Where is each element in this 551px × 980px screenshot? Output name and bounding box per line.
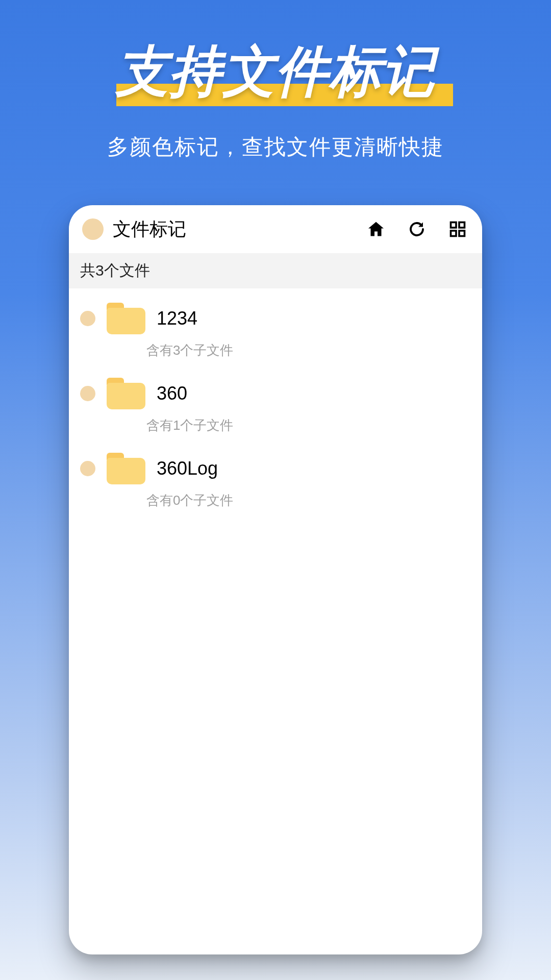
list-item-row: 360Log xyxy=(80,453,471,484)
svg-rect-0 xyxy=(451,223,457,228)
file-count-bar: 共3个文件 xyxy=(69,253,482,288)
home-button[interactable] xyxy=(365,218,387,240)
tag-dot-icon xyxy=(80,311,95,326)
file-subtext: 含有0个子文件 xyxy=(146,492,471,509)
topbar: 文件标记 xyxy=(69,205,482,253)
svg-rect-3 xyxy=(459,231,465,236)
list-item[interactable]: 360 含有1个子文件 xyxy=(69,369,482,444)
list-item[interactable]: 360Log 含有0个子文件 xyxy=(69,444,482,519)
file-name: 1234 xyxy=(157,308,197,329)
refresh-icon xyxy=(408,220,426,238)
file-list: 1234 含有3个子文件 360 含有1个子文件 360Log 含 xyxy=(69,288,482,519)
grid-icon xyxy=(448,220,467,238)
hero-subtitle: 多颜色标记，查找文件更清晰快捷 xyxy=(107,133,444,161)
tag-dot-icon xyxy=(80,461,95,476)
file-name: 360 xyxy=(157,383,187,404)
refresh-button[interactable] xyxy=(406,218,428,240)
list-item-row: 360 xyxy=(80,378,471,409)
file-subtext: 含有1个子文件 xyxy=(146,416,471,434)
svg-rect-1 xyxy=(459,223,465,228)
tag-dot-icon xyxy=(80,386,95,401)
page-title: 文件标记 xyxy=(113,217,346,242)
home-icon xyxy=(367,220,385,238)
svg-rect-2 xyxy=(451,231,457,236)
file-name: 360Log xyxy=(157,458,218,479)
folder-icon xyxy=(107,303,145,334)
avatar-icon[interactable] xyxy=(82,218,104,240)
hero-section: 支持文件标记 多颜色标记，查找文件更清晰快捷 xyxy=(107,35,444,161)
list-item-row: 1234 xyxy=(80,303,471,334)
list-item[interactable]: 1234 含有3个子文件 xyxy=(69,293,482,369)
phone-frame: 文件标记 共3个文件 xyxy=(69,205,482,954)
file-subtext: 含有3个子文件 xyxy=(146,341,471,359)
folder-icon xyxy=(107,378,145,409)
folder-icon xyxy=(107,453,145,484)
hero-title-wrap: 支持文件标记 xyxy=(107,35,444,109)
hero-title: 支持文件标记 xyxy=(116,35,436,109)
grid-button[interactable] xyxy=(446,218,469,240)
